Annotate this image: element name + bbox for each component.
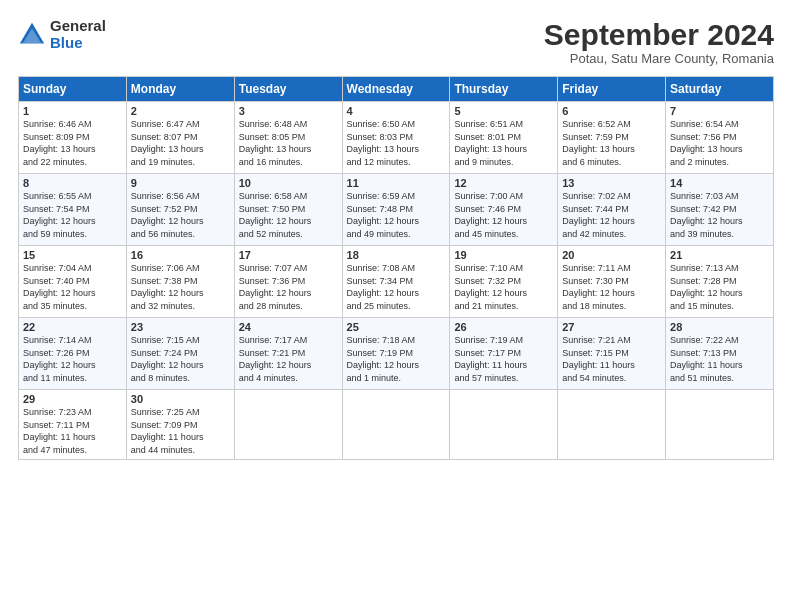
day-number: 23	[131, 321, 230, 333]
day-number: 3	[239, 105, 338, 117]
calendar-cell	[234, 390, 342, 460]
day-info: Sunrise: 7:00 AM Sunset: 7:46 PM Dayligh…	[454, 190, 553, 240]
calendar-cell: 29Sunrise: 7:23 AM Sunset: 7:11 PM Dayli…	[19, 390, 127, 460]
day-info: Sunrise: 7:21 AM Sunset: 7:15 PM Dayligh…	[562, 334, 661, 384]
day-info: Sunrise: 7:15 AM Sunset: 7:24 PM Dayligh…	[131, 334, 230, 384]
day-number: 14	[670, 177, 769, 189]
day-info: Sunrise: 6:46 AM Sunset: 8:09 PM Dayligh…	[23, 118, 122, 168]
day-info: Sunrise: 7:14 AM Sunset: 7:26 PM Dayligh…	[23, 334, 122, 384]
page: General Blue September 2024 Potau, Satu …	[0, 0, 792, 612]
calendar-cell: 9Sunrise: 6:56 AM Sunset: 7:52 PM Daylig…	[126, 174, 234, 246]
calendar-cell: 5Sunrise: 6:51 AM Sunset: 8:01 PM Daylig…	[450, 102, 558, 174]
day-number: 16	[131, 249, 230, 261]
calendar-cell: 20Sunrise: 7:11 AM Sunset: 7:30 PM Dayli…	[558, 246, 666, 318]
logo-blue: Blue	[50, 35, 106, 52]
day-number: 29	[23, 393, 122, 405]
day-info: Sunrise: 7:13 AM Sunset: 7:28 PM Dayligh…	[670, 262, 769, 312]
day-number: 28	[670, 321, 769, 333]
day-number: 22	[23, 321, 122, 333]
day-number: 25	[347, 321, 446, 333]
calendar-cell: 6Sunrise: 6:52 AM Sunset: 7:59 PM Daylig…	[558, 102, 666, 174]
day-number: 21	[670, 249, 769, 261]
subtitle: Potau, Satu Mare County, Romania	[544, 51, 774, 66]
title-block: September 2024 Potau, Satu Mare County, …	[544, 18, 774, 66]
calendar: Sunday Monday Tuesday Wednesday Thursday…	[18, 76, 774, 460]
calendar-cell: 21Sunrise: 7:13 AM Sunset: 7:28 PM Dayli…	[666, 246, 774, 318]
calendar-cell: 1Sunrise: 6:46 AM Sunset: 8:09 PM Daylig…	[19, 102, 127, 174]
calendar-cell: 26Sunrise: 7:19 AM Sunset: 7:17 PM Dayli…	[450, 318, 558, 390]
day-number: 5	[454, 105, 553, 117]
day-info: Sunrise: 7:04 AM Sunset: 7:40 PM Dayligh…	[23, 262, 122, 312]
day-number: 27	[562, 321, 661, 333]
calendar-cell: 8Sunrise: 6:55 AM Sunset: 7:54 PM Daylig…	[19, 174, 127, 246]
day-info: Sunrise: 6:58 AM Sunset: 7:50 PM Dayligh…	[239, 190, 338, 240]
day-number: 18	[347, 249, 446, 261]
day-number: 6	[562, 105, 661, 117]
day-info: Sunrise: 7:06 AM Sunset: 7:38 PM Dayligh…	[131, 262, 230, 312]
day-number: 24	[239, 321, 338, 333]
calendar-cell	[666, 390, 774, 460]
logo-icon	[18, 21, 46, 49]
header-thursday: Thursday	[450, 77, 558, 102]
header-tuesday: Tuesday	[234, 77, 342, 102]
calendar-cell: 12Sunrise: 7:00 AM Sunset: 7:46 PM Dayli…	[450, 174, 558, 246]
calendar-cell: 3Sunrise: 6:48 AM Sunset: 8:05 PM Daylig…	[234, 102, 342, 174]
logo-general: General	[50, 18, 106, 35]
header-sunday: Sunday	[19, 77, 127, 102]
day-number: 8	[23, 177, 122, 189]
calendar-cell: 16Sunrise: 7:06 AM Sunset: 7:38 PM Dayli…	[126, 246, 234, 318]
calendar-cell: 25Sunrise: 7:18 AM Sunset: 7:19 PM Dayli…	[342, 318, 450, 390]
calendar-cell: 22Sunrise: 7:14 AM Sunset: 7:26 PM Dayli…	[19, 318, 127, 390]
calendar-cell: 10Sunrise: 6:58 AM Sunset: 7:50 PM Dayli…	[234, 174, 342, 246]
day-info: Sunrise: 7:03 AM Sunset: 7:42 PM Dayligh…	[670, 190, 769, 240]
day-info: Sunrise: 7:07 AM Sunset: 7:36 PM Dayligh…	[239, 262, 338, 312]
calendar-cell: 18Sunrise: 7:08 AM Sunset: 7:34 PM Dayli…	[342, 246, 450, 318]
calendar-cell: 14Sunrise: 7:03 AM Sunset: 7:42 PM Dayli…	[666, 174, 774, 246]
day-number: 10	[239, 177, 338, 189]
day-number: 12	[454, 177, 553, 189]
calendar-cell: 4Sunrise: 6:50 AM Sunset: 8:03 PM Daylig…	[342, 102, 450, 174]
header-monday: Monday	[126, 77, 234, 102]
day-info: Sunrise: 6:51 AM Sunset: 8:01 PM Dayligh…	[454, 118, 553, 168]
day-number: 9	[131, 177, 230, 189]
logo: General Blue	[18, 18, 106, 51]
day-number: 15	[23, 249, 122, 261]
main-title: September 2024	[544, 18, 774, 51]
calendar-cell	[558, 390, 666, 460]
calendar-cell: 28Sunrise: 7:22 AM Sunset: 7:13 PM Dayli…	[666, 318, 774, 390]
day-number: 7	[670, 105, 769, 117]
day-info: Sunrise: 7:18 AM Sunset: 7:19 PM Dayligh…	[347, 334, 446, 384]
header: General Blue September 2024 Potau, Satu …	[18, 18, 774, 66]
calendar-cell: 17Sunrise: 7:07 AM Sunset: 7:36 PM Dayli…	[234, 246, 342, 318]
day-number: 20	[562, 249, 661, 261]
calendar-cell: 15Sunrise: 7:04 AM Sunset: 7:40 PM Dayli…	[19, 246, 127, 318]
day-number: 1	[23, 105, 122, 117]
day-info: Sunrise: 6:59 AM Sunset: 7:48 PM Dayligh…	[347, 190, 446, 240]
calendar-header: Sunday Monday Tuesday Wednesday Thursday…	[19, 77, 774, 102]
day-number: 13	[562, 177, 661, 189]
day-info: Sunrise: 6:48 AM Sunset: 8:05 PM Dayligh…	[239, 118, 338, 168]
header-friday: Friday	[558, 77, 666, 102]
day-number: 2	[131, 105, 230, 117]
logo-text: General Blue	[50, 18, 106, 51]
calendar-cell: 24Sunrise: 7:17 AM Sunset: 7:21 PM Dayli…	[234, 318, 342, 390]
day-info: Sunrise: 7:23 AM Sunset: 7:11 PM Dayligh…	[23, 406, 122, 456]
day-info: Sunrise: 6:54 AM Sunset: 7:56 PM Dayligh…	[670, 118, 769, 168]
day-info: Sunrise: 7:17 AM Sunset: 7:21 PM Dayligh…	[239, 334, 338, 384]
day-number: 26	[454, 321, 553, 333]
day-info: Sunrise: 6:56 AM Sunset: 7:52 PM Dayligh…	[131, 190, 230, 240]
day-info: Sunrise: 6:47 AM Sunset: 8:07 PM Dayligh…	[131, 118, 230, 168]
day-info: Sunrise: 7:25 AM Sunset: 7:09 PM Dayligh…	[131, 406, 230, 456]
calendar-cell: 30Sunrise: 7:25 AM Sunset: 7:09 PM Dayli…	[126, 390, 234, 460]
calendar-cell: 19Sunrise: 7:10 AM Sunset: 7:32 PM Dayli…	[450, 246, 558, 318]
calendar-cell: 11Sunrise: 6:59 AM Sunset: 7:48 PM Dayli…	[342, 174, 450, 246]
header-wednesday: Wednesday	[342, 77, 450, 102]
day-info: Sunrise: 7:08 AM Sunset: 7:34 PM Dayligh…	[347, 262, 446, 312]
day-info: Sunrise: 6:55 AM Sunset: 7:54 PM Dayligh…	[23, 190, 122, 240]
day-number: 30	[131, 393, 230, 405]
day-info: Sunrise: 7:19 AM Sunset: 7:17 PM Dayligh…	[454, 334, 553, 384]
day-info: Sunrise: 6:52 AM Sunset: 7:59 PM Dayligh…	[562, 118, 661, 168]
day-info: Sunrise: 7:10 AM Sunset: 7:32 PM Dayligh…	[454, 262, 553, 312]
day-info: Sunrise: 7:11 AM Sunset: 7:30 PM Dayligh…	[562, 262, 661, 312]
day-number: 4	[347, 105, 446, 117]
